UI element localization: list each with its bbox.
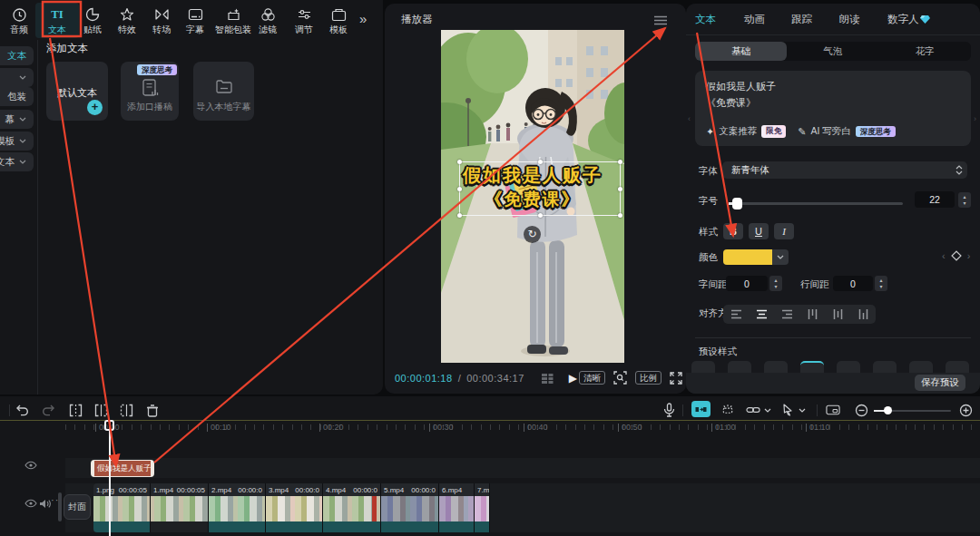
- tab-tracking[interactable]: 跟踪: [791, 13, 812, 26]
- snap-preview-icon[interactable]: [720, 403, 735, 417]
- line-spacing-stepper[interactable]: ▴▾: [875, 276, 887, 291]
- size-slider-track[interactable]: [729, 202, 903, 205]
- link-icon[interactable]: [746, 403, 760, 417]
- add-plus-icon[interactable]: +: [87, 100, 103, 115]
- import-subtitle-card[interactable]: 导入本地字幕: [193, 62, 254, 121]
- add-script-card[interactable]: 深度思考 添加口播稿: [121, 62, 179, 121]
- keyframe-next-icon[interactable]: ›: [967, 250, 971, 261]
- timeline-text-clip[interactable]: 假如我是人贩子: [91, 460, 154, 477]
- playhead-line[interactable]: [109, 420, 111, 536]
- sidebar-item-pack[interactable]: 包装: [0, 87, 34, 106]
- play-icon[interactable]: ▶: [569, 372, 577, 385]
- toolbar-item-template[interactable]: 模板: [317, 3, 360, 38]
- size-value-input[interactable]: 22: [915, 191, 955, 208]
- subtab-bubble[interactable]: 气泡: [787, 42, 878, 61]
- toolbar-item-captions[interactable]: 字幕: [173, 3, 217, 38]
- split-keep-left-icon[interactable]: [93, 403, 108, 417]
- copy-suggest-label[interactable]: 文案推荐: [719, 125, 757, 138]
- selection-handle[interactable]: [618, 213, 622, 218]
- track-visibility-icon[interactable]: [24, 461, 37, 470]
- keyframe-prev-icon[interactable]: ‹: [942, 250, 946, 261]
- color-swatch[interactable]: [723, 249, 772, 265]
- tab-text[interactable]: 文本: [695, 13, 716, 26]
- underline-button[interactable]: U: [749, 223, 769, 239]
- redo-icon[interactable]: [41, 403, 55, 417]
- mic-icon[interactable]: [662, 403, 676, 417]
- cursor-select-icon[interactable]: [780, 403, 795, 417]
- video-clip[interactable]: 1.mp400:00:05: [151, 483, 209, 532]
- selection-handle[interactable]: [538, 213, 543, 218]
- ai-voiceover-label[interactable]: AI 写旁白: [810, 125, 850, 138]
- color-picker[interactable]: [723, 249, 789, 265]
- zoom-out-icon[interactable]: [854, 403, 868, 417]
- size-slider-handle[interactable]: [732, 198, 742, 210]
- auto-snap-button[interactable]: [691, 401, 710, 417]
- expand-toolbar-icon[interactable]: »: [359, 11, 365, 26]
- align-center-button[interactable]: [749, 305, 774, 324]
- selection-handle[interactable]: [457, 213, 462, 218]
- font-stepper-icon[interactable]: [956, 165, 963, 175]
- align-left-button[interactable]: [723, 305, 749, 324]
- timeline-zoom-handle[interactable]: [884, 406, 892, 414]
- ruler-ticks[interactable]: [65, 424, 980, 430]
- sidebar-item-text2[interactable]: 文本: [0, 152, 34, 171]
- rotate-handle-icon[interactable]: ↻: [524, 226, 541, 243]
- size-stepper[interactable]: ▴▾: [958, 192, 971, 208]
- subtab-basic[interactable]: 基础: [695, 42, 787, 61]
- delete-icon[interactable]: [145, 403, 160, 417]
- sidebar-item-text[interactable]: 文本: [0, 46, 34, 65]
- font-select[interactable]: 新青年体: [722, 161, 967, 179]
- video-clip[interactable]: 7.m: [475, 483, 490, 532]
- save-preset-button[interactable]: 保存预设: [915, 375, 965, 391]
- scroll-left-icon[interactable]: ‹: [688, 114, 691, 123]
- link-chevron-icon[interactable]: [763, 403, 771, 417]
- subtab-fancy[interactable]: 花字: [879, 42, 971, 61]
- focus-icon[interactable]: [613, 371, 627, 385]
- playhead-handle[interactable]: [104, 420, 114, 431]
- video-clip[interactable]: 3.mp400:00:0: [266, 483, 323, 532]
- timeline-preview-icon[interactable]: [826, 403, 840, 417]
- track-scrollbar[interactable]: [58, 492, 62, 521]
- sidebar-item-captions[interactable]: 幕: [0, 110, 34, 129]
- clarity-badge[interactable]: 清晰: [579, 371, 605, 385]
- text-track-lane[interactable]: [65, 458, 980, 478]
- text-content-area[interactable]: 假如我是人贩子 《免费课》 ✦ 文案推荐 限免 ✎ AI 写旁白 深度思考: [695, 71, 971, 146]
- ratio-badge[interactable]: 比例: [635, 371, 662, 385]
- track-mute-icon[interactable]: [39, 499, 51, 509]
- italic-button[interactable]: I: [774, 223, 794, 239]
- tab-animation[interactable]: 动画: [744, 13, 765, 26]
- video-clip[interactable]: 1.png00:00:05: [93, 483, 151, 532]
- align-vertical-bottom-button[interactable]: [850, 305, 876, 324]
- zoom-in-icon[interactable]: [958, 403, 973, 417]
- scroll-right-icon[interactable]: ›: [974, 114, 976, 123]
- tab-readaloud[interactable]: 朗读: [839, 13, 860, 26]
- video-preview[interactable]: 假如我是人贩子 《免费课》 ↻: [441, 30, 624, 363]
- align-right-button[interactable]: [774, 305, 799, 324]
- cursor-chevron-icon[interactable]: [798, 403, 806, 417]
- video-clip[interactable]: 2.mp400:00:0: [209, 483, 266, 532]
- letter-spacing-input[interactable]: 0: [726, 276, 768, 291]
- player-menu-icon[interactable]: [653, 15, 668, 25]
- fullscreen-icon[interactable]: [670, 372, 682, 385]
- split-icon[interactable]: [68, 403, 83, 417]
- line-spacing-input[interactable]: 0: [833, 276, 873, 291]
- undo-icon[interactable]: [15, 403, 29, 417]
- video-clip[interactable]: 5.mp400:00:0: [381, 483, 439, 532]
- split-keep-right-icon[interactable]: [119, 403, 133, 417]
- bold-button[interactable]: B: [723, 223, 743, 239]
- track-visibility-icon[interactable]: [24, 499, 37, 508]
- tab-digital-human[interactable]: 数字人: [887, 13, 919, 26]
- sidebar-item-2[interactable]: [0, 68, 34, 87]
- sidebar-item-template[interactable]: 模板: [0, 132, 34, 151]
- layers-icon[interactable]: [541, 373, 554, 385]
- color-chevron-icon[interactable]: [772, 249, 789, 265]
- video-clip[interactable]: 6.mp4: [439, 483, 475, 532]
- default-text-card[interactable]: 默认文本 +: [46, 62, 108, 121]
- keyframe-diamond-icon[interactable]: [951, 250, 962, 261]
- video-clip[interactable]: 4.mp400:00:0: [323, 483, 381, 532]
- cover-button[interactable]: 封面: [64, 494, 91, 520]
- letter-spacing-stepper[interactable]: ▴▾: [769, 276, 782, 291]
- align-vertical-top-button[interactable]: [799, 305, 825, 324]
- align-vertical-center-button[interactable]: [825, 305, 850, 324]
- keyframe-control[interactable]: ‹ ›: [942, 250, 970, 261]
